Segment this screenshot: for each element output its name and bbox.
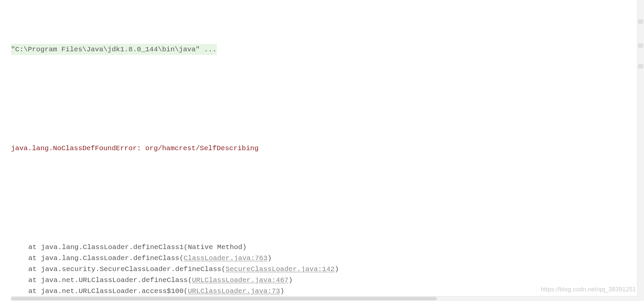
blank-line xyxy=(11,88,644,99)
scrollbar-thumb[interactable] xyxy=(11,297,437,300)
source-link[interactable]: URLClassLoader.java:467 xyxy=(192,275,288,286)
exception-text: java.lang.NoClassDefFoundError: org/hamc… xyxy=(11,143,259,154)
stack-suffix: ) xyxy=(335,264,339,275)
stack-prefix: at java.net.URLClassLoader.access$100( xyxy=(28,286,188,297)
stack-prefix: at java.security.SecureClassLoader.defin… xyxy=(28,264,225,275)
source-link[interactable]: ClassLoader.java:763 xyxy=(183,253,267,264)
blank-line xyxy=(11,187,644,198)
stacktrace-line: at java.lang.ClassLoader.defineClass1(Na… xyxy=(11,242,644,253)
stack-suffix: ) xyxy=(267,253,272,264)
stacktrace-line: at java.lang.ClassLoader.defineClass(Cla… xyxy=(11,253,644,264)
stack-suffix: ) xyxy=(288,275,293,286)
source-link[interactable]: URLClassLoader.java:73 xyxy=(188,286,280,297)
stack-prefix: at java.lang.ClassLoader.defineClass( xyxy=(28,253,183,264)
stacktrace-line: at java.net.URLClassLoader.access$100(UR… xyxy=(11,286,644,297)
exception-line: java.lang.NoClassDefFoundError: org/hamc… xyxy=(11,143,644,154)
stacktrace-line: at java.net.URLClassLoader.defineClass(U… xyxy=(11,275,644,286)
horizontal-scrollbar[interactable] xyxy=(11,296,637,301)
source-link[interactable]: SecureClassLoader.java:142 xyxy=(225,264,335,275)
scrollbar-mark xyxy=(638,19,643,24)
scrollbar-mark xyxy=(638,43,643,48)
stack-suffix: ) xyxy=(280,286,284,297)
console-output: "C:\Program Files\Java\jdk1.8.0_144\bin\… xyxy=(0,0,644,301)
command-text: "C:\Program Files\Java\jdk1.8.0_144\bin\… xyxy=(11,44,217,55)
stack-prefix: at java.net.URLClassLoader.defineClass( xyxy=(28,275,192,286)
vertical-scrollbar[interactable] xyxy=(637,0,644,301)
console-command-line: "C:\Program Files\Java\jdk1.8.0_144\bin\… xyxy=(11,44,644,55)
stacktrace-line: at java.security.SecureClassLoader.defin… xyxy=(11,264,644,275)
scrollbar-mark xyxy=(638,64,643,69)
stack-prefix: at java.lang.ClassLoader.defineClass1(Na… xyxy=(28,242,246,253)
